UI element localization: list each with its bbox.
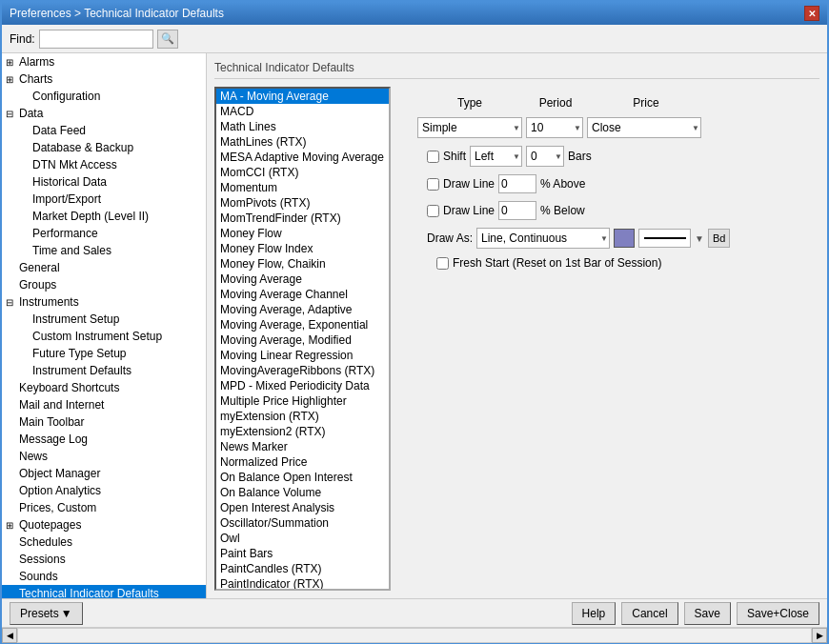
sidebar-item-instruments[interactable]: ⊟Instruments (2, 293, 206, 311)
sidebar-item-option-analytics[interactable]: Option Analytics (2, 482, 206, 499)
indicator-item[interactable]: Oscillator/Summation (216, 515, 389, 531)
sidebar-item-schedules[interactable]: Schedules (2, 533, 206, 551)
indicator-item[interactable]: Math Lines (216, 119, 389, 134)
indicator-item[interactable]: MathLines (RTX) (216, 134, 389, 150)
sidebar-item-label-option-analytics: Option Analytics (19, 484, 101, 497)
sidebar-item-historical-data[interactable]: Historical Data (2, 173, 206, 191)
indicator-item[interactable]: Moving Average, Adaptive (216, 302, 389, 317)
indicator-item[interactable]: MomCCI (RTX) (216, 165, 389, 180)
sidebar-item-main-toolbar[interactable]: Main Toolbar (2, 413, 206, 431)
draw-as-label: Draw As: (427, 231, 473, 245)
indicator-item[interactable]: Paint Bars (216, 546, 389, 561)
indicator-item[interactable]: Open Interest Analysis (216, 500, 389, 515)
indicator-list[interactable]: MA - Moving AverageMACDMath LinesMathLin… (214, 87, 391, 591)
indicator-item[interactable]: Moving Linear Regression (216, 348, 389, 363)
indicator-item[interactable]: MESA Adaptive Moving Average (216, 150, 389, 165)
sidebar-item-instrument-defaults[interactable]: Instrument Defaults (2, 362, 206, 379)
sidebar-item-alarms[interactable]: ⊞Alarms (2, 53, 206, 70)
sidebar-item-performance[interactable]: Performance (2, 225, 206, 242)
indicator-item[interactable]: Money Flow, Chaikin (216, 256, 389, 272)
sidebar-item-instrument-setup[interactable]: Instrument Setup (2, 311, 206, 328)
indicator-item[interactable]: myExtension2 (RTX) (216, 424, 389, 439)
sidebar-item-label-data: Data (19, 107, 43, 120)
indicator-item[interactable]: PaintIndicator (RTX) (216, 576, 389, 591)
indicator-item[interactable]: PaintCandles (RTX) (216, 561, 389, 576)
draw-line-below-checkbox[interactable] (427, 205, 439, 217)
sidebar-item-mail-and-internet[interactable]: Mail and Internet (2, 396, 206, 413)
indicator-item[interactable]: Money Flow Index (216, 241, 389, 256)
sidebar-item-dtn-mkt-access[interactable]: DTN Mkt Access (2, 156, 206, 173)
cancel-button[interactable]: Cancel (621, 602, 677, 625)
period-column-label: Period (522, 96, 589, 110)
draw-line-below-row: Draw Line % Below (427, 201, 819, 220)
indicator-item[interactable]: MPD - Mixed Periodicity Data (216, 378, 389, 393)
presets-button[interactable]: Presets ▼ (10, 602, 83, 625)
indicator-item[interactable]: On Balance Open Interest (216, 470, 389, 485)
collapse-icon: ⊟ (6, 297, 17, 308)
sidebar-item-label-mail-and-internet: Mail and Internet (19, 398, 104, 412)
indicator-item[interactable]: Multiple Price Highlighter (216, 393, 389, 409)
sidebar-item-database-backup[interactable]: Database & Backup (2, 139, 206, 156)
indicator-item[interactable]: Moving Average, Exponential (216, 317, 389, 332)
sidebar-item-market-depth[interactable]: Market Depth (Level II) (2, 208, 206, 225)
indicator-item[interactable]: Owl (216, 531, 389, 546)
indicator-item[interactable]: MACD (216, 104, 389, 119)
indicator-item[interactable]: Money Flow (216, 226, 389, 241)
draw-line-below-input[interactable] (498, 201, 536, 220)
sidebar-item-sounds[interactable]: Sounds (2, 568, 206, 585)
shift-val-select[interactable]: 0 (526, 146, 564, 167)
sidebar-item-charts[interactable]: ⊞Charts (2, 70, 206, 88)
indicator-item[interactable]: MomTrendFinder (RTX) (216, 211, 389, 226)
sidebar-item-news[interactable]: News (2, 448, 206, 465)
indicator-item[interactable]: Moving Average, Modified (216, 332, 389, 348)
indicator-item[interactable]: Moving Average (216, 272, 389, 287)
shift-dir-select[interactable]: LeftRight (470, 146, 522, 167)
close-button[interactable]: ✕ (804, 6, 819, 21)
shift-checkbox[interactable] (427, 151, 439, 163)
indicator-item[interactable]: MomPivots (RTX) (216, 195, 389, 211)
indicator-item[interactable]: On Balance Volume (216, 485, 389, 500)
sidebar-item-keyboard-shortcuts[interactable]: Keyboard Shortcuts (2, 379, 206, 396)
sidebar-item-data[interactable]: ⊟Data (2, 105, 206, 122)
sidebar-item-sessions[interactable]: Sessions (2, 551, 206, 568)
sidebar-item-data-feed[interactable]: Data Feed (2, 122, 206, 139)
draw-line-above-checkbox[interactable] (427, 178, 439, 191)
sidebar-item-future-type-setup[interactable]: Future Type Setup (2, 345, 206, 362)
sidebar-item-quotepages[interactable]: ⊞Quotepages (2, 516, 206, 533)
scroll-left-button[interactable]: ◀ (2, 628, 17, 643)
sidebar-item-object-manager[interactable]: Object Manager (2, 465, 206, 482)
save-close-button[interactable]: Save+Close (737, 602, 819, 625)
save-button[interactable]: Save (684, 602, 731, 625)
indicator-item[interactable]: myExtension (RTX) (216, 409, 389, 424)
sidebar-item-groups[interactable]: Groups (2, 276, 206, 293)
scroll-track[interactable] (17, 628, 812, 643)
sidebar-item-general[interactable]: General (2, 259, 206, 276)
draw-as-wrapper: Line, ContinuousLine, PointsHistogramDot… (476, 228, 610, 249)
scroll-right-button[interactable]: ▶ (812, 628, 827, 643)
fresh-start-checkbox[interactable] (436, 257, 449, 270)
type-select[interactable]: SimpleExponentialWeightedTriangular (417, 117, 522, 138)
color-swatch[interactable] (614, 229, 635, 248)
bd-button[interactable]: Bd (708, 229, 730, 248)
indicator-item[interactable]: News Marker (216, 439, 389, 454)
indicator-item[interactable]: MA - Moving Average (216, 89, 389, 104)
sidebar-item-import-export[interactable]: Import/Export (2, 191, 206, 208)
help-button[interactable]: Help (572, 602, 617, 625)
draw-line-above-input[interactable] (498, 174, 536, 193)
draw-as-select[interactable]: Line, ContinuousLine, PointsHistogramDot… (476, 228, 610, 249)
sidebar-item-technical-indicator-defaults[interactable]: Technical Indicator Defaults (2, 585, 206, 598)
price-select[interactable]: CloseOpenHighLowMedianTypical (587, 117, 701, 138)
indicator-item[interactable]: Moving Average Channel (216, 287, 389, 302)
sidebar-item-prices-custom[interactable]: Prices, Custom (2, 499, 206, 516)
indicator-item[interactable]: Normalized Price (216, 454, 389, 470)
find-input[interactable] (39, 30, 153, 49)
sidebar-item-custom-instrument-setup[interactable]: Custom Instrument Setup (2, 328, 206, 345)
period-select[interactable]: 510142050100200 (526, 117, 583, 138)
indicator-item[interactable]: MovingAverageRibbons (RTX) (216, 363, 389, 378)
sidebar-item-time-and-sales[interactable]: Time and Sales (2, 242, 206, 259)
indicator-item[interactable]: Momentum (216, 180, 389, 195)
sidebar-item-message-log[interactable]: Message Log (2, 431, 206, 448)
search-button[interactable]: 🔍 (157, 30, 178, 49)
line-style-box[interactable] (638, 229, 691, 248)
sidebar-item-configuration[interactable]: Configuration (2, 88, 206, 105)
